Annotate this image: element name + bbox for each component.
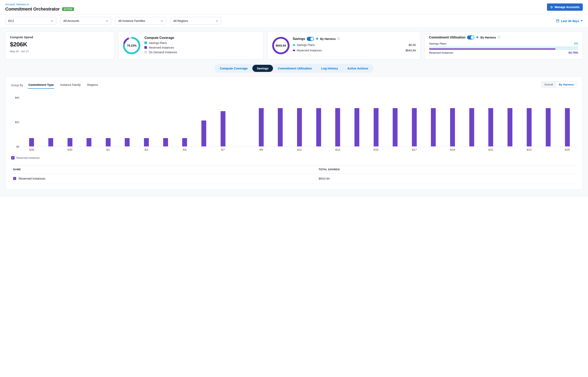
legend-color-swatch: [293, 44, 295, 46]
savings-donut-center: $643.94: [274, 39, 288, 52]
group-tab-regions[interactable]: Regions: [87, 83, 98, 89]
summary-cards: Compute Spend $206K May 28 - Jun 27 79.2…: [0, 32, 588, 59]
view-toggle: OverallBy Harness: [541, 81, 577, 88]
bar-slot: [309, 98, 328, 146]
utilisation-card-header: Commitment Utilisation ❖ By Harness ⓘ: [429, 35, 578, 39]
savings-row-value: $0.00: [409, 43, 416, 47]
bar-slot: [41, 98, 60, 146]
bar-6-7[interactable]: [221, 111, 225, 146]
compute-spend-card: Compute Spend $206K May 28 - Jun 27: [5, 32, 114, 59]
group-by-label: Group By: [11, 84, 23, 89]
bar-6-15[interactable]: [374, 108, 378, 146]
bar-6-12[interactable]: [316, 108, 321, 146]
legend-label: Reserved Instances: [149, 46, 174, 49]
group-tab-instance-family[interactable]: Instance Family: [60, 83, 81, 89]
group-tab-commitment-type[interactable]: Commitment Type: [28, 83, 54, 89]
savings-card: $643.94 Savings ❖ By Harness ⓘ Savings P…: [267, 32, 421, 59]
y-tick-label: $0: [16, 145, 19, 148]
savings-by-harness-toggle[interactable]: [307, 37, 314, 41]
header: Account: Harness.io Commitment Orchestra…: [0, 0, 588, 14]
service-select[interactable]: EC2: [5, 17, 56, 25]
manage-accounts-label: Manage Accounts: [555, 5, 579, 9]
column-header-name: NAME: [11, 165, 317, 174]
compute-spend-title: Compute Spend: [10, 35, 110, 39]
tab-commitment-utilisation[interactable]: Commitment Utilisation: [273, 65, 316, 72]
view-segment-overall[interactable]: Overall: [542, 82, 556, 87]
bar-6-19[interactable]: [450, 108, 455, 146]
bar-6-17[interactable]: [412, 108, 417, 146]
x-tick-label: [500, 148, 520, 151]
harness-logo-icon: ❖: [316, 37, 319, 40]
tab-compute-coverage[interactable]: Compute Coverage: [215, 65, 252, 72]
bar-6-4[interactable]: [163, 138, 168, 146]
compute-coverage-card: 79.23% Compute Coverage Savings PlansRes…: [118, 32, 263, 59]
bar-6-20[interactable]: [469, 108, 474, 146]
x-tick-label: [462, 148, 481, 151]
commitment-utilisation-card: Commitment Utilisation ❖ By Harness ⓘ Sa…: [424, 32, 583, 59]
date-range-label: Last 30 days: [561, 19, 579, 23]
x-tick-label: [347, 148, 366, 151]
bar-6-13[interactable]: [335, 108, 340, 146]
utilisation-progress-track: [429, 48, 578, 50]
x-tick-label: 6/7: [213, 148, 233, 151]
main-tabs: Compute CoverageSavingsCommitment Utilis…: [214, 64, 374, 73]
utilisation-row-savings-plans: Savings Plans0%: [429, 42, 578, 45]
account-breadcrumb-link[interactable]: Account: Harness.io: [5, 3, 29, 6]
info-icon[interactable]: ⓘ: [498, 36, 500, 39]
chart-bars: [22, 98, 577, 147]
table-row[interactable]: ✓Reserved Instances$643.94: [11, 174, 577, 183]
bar-6-25[interactable]: [565, 108, 570, 146]
bar-6-21[interactable]: [488, 108, 493, 146]
bar-6-22[interactable]: [508, 108, 512, 146]
bar-slot: [194, 98, 213, 146]
info-icon[interactable]: ⓘ: [337, 37, 340, 41]
savings-row-value: $643.94: [406, 49, 416, 52]
bar-6-18[interactable]: [431, 108, 436, 146]
view-segment-by-harness[interactable]: By Harness: [556, 82, 577, 87]
bar-5-30[interactable]: [67, 138, 72, 146]
main-tabs-wrap: Compute CoverageSavingsCommitment Utilis…: [0, 59, 588, 75]
savings-table: NAMETOTAL SAVINGS ✓Reserved Instances$64…: [11, 165, 577, 183]
bar-6-5[interactable]: [182, 138, 187, 146]
title-row: Commitment Orchestrator ACTIVE: [5, 6, 74, 12]
bar-6-16[interactable]: [393, 108, 398, 146]
bar-slot: [328, 98, 347, 146]
bar-slot: [520, 98, 539, 146]
group-by-row: Group By Commitment TypeInstance FamilyR…: [11, 81, 577, 89]
y-tick-label: $40: [15, 96, 19, 99]
bar-6-23[interactable]: [527, 108, 532, 146]
bar-6-3[interactable]: [144, 138, 149, 146]
bar-5-29[interactable]: [48, 138, 53, 146]
bar-6-6[interactable]: [201, 120, 206, 146]
bar-6-9[interactable]: [259, 108, 264, 146]
bar-slot: [481, 98, 500, 146]
instance-families-select-value: All Instance Families: [118, 19, 145, 23]
chart-legend-item-reserved-instances[interactable]: ✓Reserved Instances: [11, 156, 40, 160]
toggle-knob: [471, 36, 474, 39]
instance-families-select[interactable]: All Instance Families: [115, 17, 166, 25]
bar-6-1[interactable]: [106, 138, 111, 146]
regions-select[interactable]: All Regions: [170, 17, 221, 25]
utilisation-metric-value: 0%: [574, 42, 578, 45]
tab-savings[interactable]: Savings: [252, 65, 273, 72]
bar-6-10[interactable]: [278, 108, 283, 146]
bar-6-11[interactable]: [297, 108, 302, 146]
x-tick-label: 6/25: [558, 148, 577, 151]
accounts-select[interactable]: All Accounts: [60, 17, 111, 25]
bar-5-28[interactable]: [29, 138, 34, 146]
bar-slot: [386, 98, 405, 146]
date-range-picker[interactable]: Last 30 days: [556, 19, 583, 23]
tab-active-actions[interactable]: Active Actions: [343, 65, 373, 72]
bar-6-2[interactable]: [125, 138, 130, 146]
table-header: NAMETOTAL SAVINGS: [11, 165, 577, 174]
bar-slot: [175, 98, 194, 146]
bar-slot: [424, 98, 443, 146]
utilisation-by-harness-toggle[interactable]: [467, 35, 474, 39]
manage-accounts-button[interactable]: ⚙ Manage Accounts: [547, 3, 583, 11]
bar-6-14[interactable]: [355, 108, 359, 146]
tab-log-history[interactable]: Log History: [317, 65, 342, 72]
bar-5-31[interactable]: [87, 138, 91, 146]
bar-6-24[interactable]: [546, 108, 551, 146]
caret-down-icon: [581, 20, 583, 22]
filter-bar: EC2 All Accounts All Instance Families A…: [0, 14, 588, 27]
